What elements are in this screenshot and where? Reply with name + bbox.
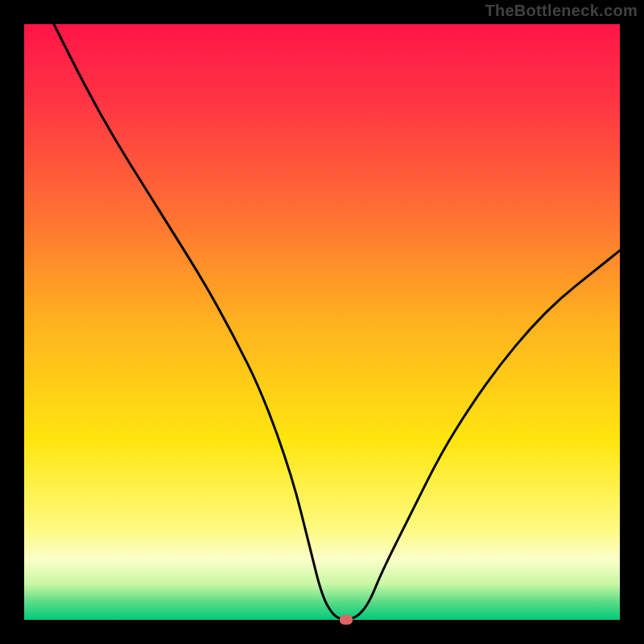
gradient-background <box>24 24 620 620</box>
optimal-point-marker <box>340 615 353 625</box>
watermark-text: TheBottleneck.com <box>485 2 638 20</box>
plot-area <box>24 24 620 620</box>
chart-container: TheBottleneck.com <box>0 0 644 644</box>
chart-svg <box>24 24 620 620</box>
